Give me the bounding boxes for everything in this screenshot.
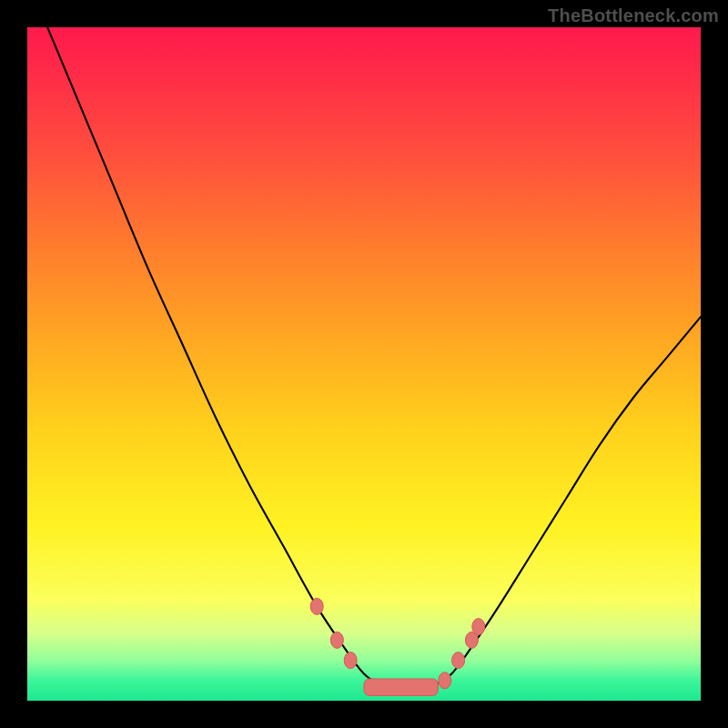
marker-point <box>310 598 323 614</box>
watermark-text: TheBottleneck.com <box>548 5 719 26</box>
left-curve <box>47 27 384 687</box>
marker-point <box>330 632 343 648</box>
outer-frame: TheBottleneck.com <box>0 0 728 728</box>
marker-point <box>472 619 485 635</box>
curve-layer <box>27 27 701 701</box>
marker-point <box>439 672 451 689</box>
markers <box>310 598 485 688</box>
plot-area <box>27 27 701 701</box>
marker-point <box>452 652 465 669</box>
marker-point <box>344 652 357 669</box>
valley-bar <box>364 679 438 696</box>
